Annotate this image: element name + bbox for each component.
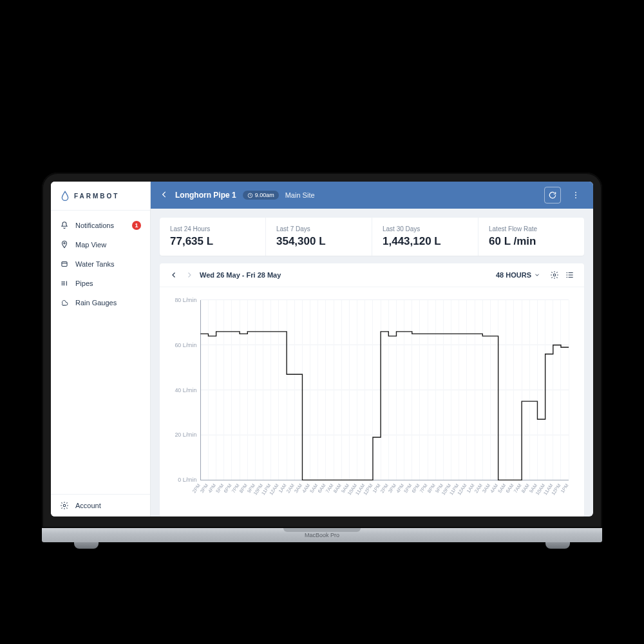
chevron-left-icon — [160, 190, 169, 199]
refresh-button[interactable] — [544, 187, 561, 204]
sidebar-item-rain-gauges[interactable]: Rain Gauges — [51, 293, 150, 312]
back-button[interactable] — [160, 190, 169, 200]
sidebar-item-water-tanks[interactable]: Water Tanks — [51, 254, 150, 274]
svg-point-5 — [575, 194, 576, 196]
sidebar-item-label: Pipes — [75, 279, 93, 287]
stat-last-7d: Last 7 Days 354,300 L — [266, 218, 372, 256]
refresh-icon — [548, 191, 557, 200]
sidebar-footer-label: Account — [75, 502, 101, 509]
sidebar-item-notifications[interactable]: Notifications 1 — [51, 216, 150, 235]
svg-point-6 — [575, 197, 576, 198]
svg-text:1PM: 1PM — [560, 482, 570, 494]
svg-point-4 — [575, 192, 576, 193]
chart-range-select[interactable]: 48 HOURS — [496, 271, 540, 279]
svg-text:20 L/min: 20 L/min — [175, 431, 196, 438]
more-vertical-icon — [571, 191, 580, 200]
stats-row: Last 24 Hours 77,635 L Last 7 Days 354,3… — [160, 218, 584, 256]
sidebar-item-label: Water Tanks — [75, 260, 115, 268]
page-header: Longhorn Pipe 1 9.00am Main Site — [151, 182, 593, 209]
chevron-left-icon — [170, 271, 178, 279]
stat-last-30d: Last 30 Days 1,443,120 L — [372, 218, 478, 256]
gear-icon — [550, 270, 559, 279]
svg-point-0 — [64, 243, 65, 244]
sidebar: FARMBOT Notifications 1 Map View Water T — [51, 182, 151, 516]
time-chip-label: 9.00am — [255, 192, 274, 198]
chart-card: Wed 26 May - Fri 28 May 48 HOURS — [160, 263, 584, 516]
map-pin-icon — [60, 240, 69, 249]
stat-value: 77,635 L — [170, 235, 255, 248]
list-icon — [565, 270, 574, 279]
page-title: Longhorn Pipe 1 — [175, 191, 236, 200]
brand-logo: FARMBOT — [51, 182, 150, 211]
sidebar-item-label: Rain Gauges — [75, 299, 117, 307]
chart-body: 0 L/min20 L/min40 L/min60 L/min80 L/min2… — [160, 287, 584, 516]
site-link[interactable]: Main Site — [285, 191, 315, 199]
rain-icon — [60, 298, 69, 307]
stat-label: Last 7 Days — [276, 225, 361, 232]
sidebar-nav: Notifications 1 Map View Water Tanks Pip… — [51, 211, 150, 494]
brand-text: FARMBOT — [74, 193, 119, 200]
flow-chart: 0 L/min20 L/min40 L/min60 L/min80 L/min2… — [169, 294, 575, 512]
time-chip: 9.00am — [243, 191, 279, 200]
stat-value: 354,300 L — [276, 235, 361, 248]
notifications-badge: 1 — [132, 221, 141, 230]
stat-label: Latest Flow Rate — [489, 225, 574, 232]
svg-point-10 — [567, 277, 568, 278]
stat-value: 1,443,120 L — [383, 235, 468, 248]
chart-toolbar: Wed 26 May - Fri 28 May 48 HOURS — [160, 263, 584, 287]
svg-point-9 — [567, 274, 568, 276]
svg-text:80 L/min: 80 L/min — [175, 297, 196, 303]
stat-latest-flow: Latest Flow Rate 60 L /min — [478, 218, 584, 256]
chart-next-button[interactable] — [184, 270, 194, 280]
droplet-icon — [60, 191, 70, 201]
chart-range-label: 48 HOURS — [496, 271, 531, 279]
svg-rect-1 — [62, 262, 67, 267]
caret-down-icon — [534, 272, 540, 278]
main: Longhorn Pipe 1 9.00am Main Site — [151, 182, 593, 516]
pipe-icon — [60, 279, 69, 288]
sidebar-item-label: Map View — [75, 241, 106, 249]
svg-point-2 — [63, 504, 66, 507]
chart-date-range: Wed 26 May - Fri 28 May — [200, 271, 281, 279]
svg-text:0 L/min: 0 L/min — [178, 477, 196, 483]
sidebar-item-map-view[interactable]: Map View — [51, 235, 150, 254]
svg-text:60 L/min: 60 L/min — [175, 342, 196, 348]
stat-last-24h: Last 24 Hours 77,635 L — [160, 218, 266, 256]
svg-point-8 — [567, 272, 568, 274]
svg-text:40 L/min: 40 L/min — [175, 387, 196, 393]
stat-label: Last 30 Days — [383, 225, 468, 232]
stat-label: Last 24 Hours — [170, 225, 255, 232]
laptop-base: MacBook Pro — [42, 528, 602, 542]
bell-icon — [60, 221, 69, 230]
chart-settings-button[interactable] — [549, 270, 560, 280]
sidebar-item-label: Notifications — [75, 222, 114, 229]
overflow-menu-button[interactable] — [567, 187, 584, 204]
svg-point-7 — [553, 274, 556, 276]
stat-value: 60 L /min — [489, 235, 574, 248]
device-label: MacBook Pro — [305, 532, 339, 538]
chevron-right-icon — [185, 271, 193, 279]
sidebar-item-pipes[interactable]: Pipes — [51, 274, 150, 293]
gear-icon — [60, 501, 69, 510]
tank-icon — [60, 260, 69, 269]
clock-icon — [247, 193, 253, 198]
chart-list-button[interactable] — [565, 270, 575, 280]
chart-prev-button[interactable] — [169, 270, 179, 280]
sidebar-item-account[interactable]: Account — [51, 494, 150, 516]
